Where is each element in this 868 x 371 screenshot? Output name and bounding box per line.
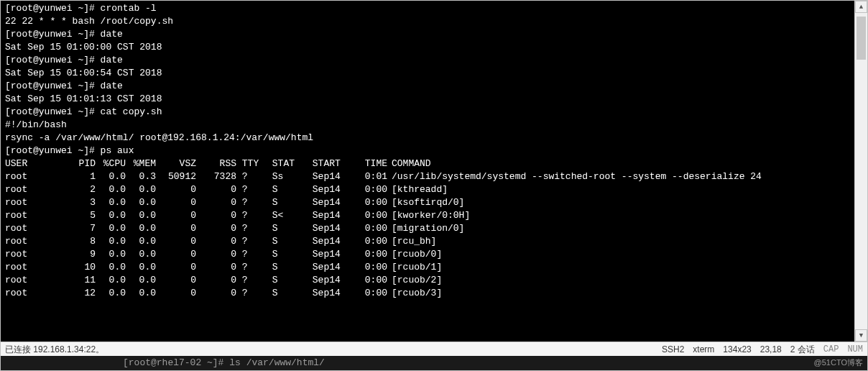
ps-col-start: Sep14 <box>307 248 347 261</box>
ps-col-stat: STAT <box>267 157 307 170</box>
ps-col-user: root <box>5 170 55 183</box>
ps-col-stat: S <box>267 261 307 274</box>
status-num-indicator: NUM <box>847 343 863 356</box>
ps-col-tty: TTY <box>236 157 267 170</box>
ps-col-cpu: 0.0 <box>96 209 126 222</box>
ps-col-time: 0:00 <box>347 235 387 248</box>
ps-col-tty: ? <box>236 222 267 235</box>
ps-col-vsz: 0 <box>156 222 196 235</box>
ps-col-rss: 0 <box>196 274 236 287</box>
output-line: #!/bin/bash <box>5 119 850 132</box>
background-prompt-text: [root@rhel7-02 ~]# ls /var/www/html/ <box>123 357 325 370</box>
ps-col-start: Sep14 <box>307 222 347 235</box>
ps-col-pid: 3 <box>55 196 96 209</box>
background-terminal-line: [root@rhel7-02 ~]# ls /var/www/html/ <box>1 356 867 370</box>
ps-col-pid: 5 <box>55 209 96 222</box>
status-cursor: 23,18 <box>760 343 782 356</box>
ps-col-rss: 7328 <box>196 170 236 183</box>
ps-col-time: 0:00 <box>347 261 387 274</box>
ps-col-start: Sep14 <box>307 261 347 274</box>
ps-col-vsz: 0 <box>156 248 196 261</box>
ps-col-time: 0:00 <box>347 209 387 222</box>
ps-col-start: Sep14 <box>307 209 347 222</box>
ps-col-user: USER <box>5 157 55 170</box>
ps-col-mem: 0.0 <box>126 248 156 261</box>
ps-col-mem: 0.0 <box>126 196 156 209</box>
ps-row: root70.00.000 ? S Sep140:00[migration/0] <box>5 222 850 235</box>
ps-col-rss: 0 <box>196 183 236 196</box>
status-caps-indicator: CAP <box>823 343 839 356</box>
ps-col-mem: 0.0 <box>126 274 156 287</box>
ps-col-start: Sep14 <box>307 287 347 300</box>
status-bar: 已连接 192.168.1.34:22。 SSH2 xterm 134x23 2… <box>1 342 867 356</box>
ps-col-time: 0:00 <box>347 222 387 235</box>
ps-col-user: root <box>5 248 55 261</box>
command-line: [root@yunwei ~]# cat copy.sh <box>5 106 850 119</box>
output-line: 22 22 * * * bash /root/copy.sh <box>5 15 850 28</box>
ps-col-rss: 0 <box>196 235 236 248</box>
ps-col-mem: 0.0 <box>126 183 156 196</box>
ps-col-user: root <box>5 222 55 235</box>
status-protocol: SSH2 <box>662 343 684 356</box>
ps-col-rss: RSS <box>196 157 236 170</box>
ps-col-cmd: [rcuob/3] <box>387 287 442 300</box>
ps-row: root30.00.000 ? S Sep140:00[ksoftirqd/0] <box>5 196 850 209</box>
ps-col-rss: 0 <box>196 196 236 209</box>
ps-col-stat: S< <box>267 209 307 222</box>
output-line: Sat Sep 15 01:01:13 CST 2018 <box>5 93 850 106</box>
ps-col-mem: 0.0 <box>126 235 156 248</box>
ps-col-vsz: 0 <box>156 274 196 287</box>
ps-row: root50.00.000 ? S< Sep140:00[kworker/0:0… <box>5 209 850 222</box>
ps-col-stat: S <box>267 196 307 209</box>
ps-col-cpu: 0.0 <box>96 248 126 261</box>
ps-col-vsz: 0 <box>156 261 196 274</box>
ps-row: root20.00.000 ? S Sep140:00[kthreadd] <box>5 183 850 196</box>
ps-row: root90.00.000 ? S Sep140:00[rcuob/0] <box>5 248 850 261</box>
ps-col-start: Sep14 <box>307 170 347 183</box>
vertical-scrollbar[interactable]: ▲ ▼ <box>854 1 867 342</box>
ps-col-mem: 0.0 <box>126 209 156 222</box>
status-sessions: 2 会话 <box>790 343 815 356</box>
ps-col-pid: 10 <box>55 261 96 274</box>
ps-col-cmd: COMMAND <box>387 157 431 170</box>
ps-col-start: Sep14 <box>307 235 347 248</box>
ps-col-mem: 0.3 <box>126 170 156 183</box>
scroll-up-button[interactable]: ▲ <box>855 1 867 13</box>
ps-col-time: 0:00 <box>347 183 387 196</box>
ps-col-cpu: %CPU <box>96 157 126 170</box>
terminal-viewport[interactable]: [root@yunwei ~]# crontab -l22 22 * * * b… <box>1 1 854 342</box>
ps-col-start: Sep14 <box>307 274 347 287</box>
ps-col-cmd: [rcu_bh] <box>387 235 436 248</box>
ps-col-vsz: 0 <box>156 196 196 209</box>
ps-col-user: root <box>5 183 55 196</box>
ps-col-pid: 8 <box>55 235 96 248</box>
ps-col-rss: 0 <box>196 261 236 274</box>
ps-col-user: root <box>5 196 55 209</box>
ps-col-mem: 0.0 <box>126 287 156 300</box>
ps-col-time: 0:00 <box>347 196 387 209</box>
ps-col-pid: 1 <box>55 170 96 183</box>
ps-col-stat: S <box>267 235 307 248</box>
ps-col-mem: %MEM <box>126 157 156 170</box>
output-line: Sat Sep 15 01:00:00 CST 2018 <box>5 41 850 54</box>
ps-col-pid: PID <box>55 157 96 170</box>
scroll-down-button[interactable]: ▼ <box>855 329 867 342</box>
ps-col-mem: 0.0 <box>126 261 156 274</box>
status-connection: 已连接 192.168.1.34:22。 <box>5 343 662 356</box>
ps-col-stat: S <box>267 248 307 261</box>
output-line: Sat Sep 15 01:00:54 CST 2018 <box>5 67 850 80</box>
ps-col-user: root <box>5 235 55 248</box>
ps-col-cmd: /usr/lib/systemd/systemd --switched-root… <box>387 170 762 183</box>
ps-col-time: 0:00 <box>347 287 387 300</box>
ps-col-cmd: [ksoftirqd/0] <box>387 196 464 209</box>
ps-col-stat: Ss <box>267 170 307 183</box>
ps-col-rss: 0 <box>196 287 236 300</box>
ps-col-time: 0:00 <box>347 248 387 261</box>
scroll-thumb[interactable] <box>857 17 866 60</box>
command-line: [root@yunwei ~]# date <box>5 54 850 67</box>
status-size: 134x23 <box>723 343 751 356</box>
ps-row: root110.00.000 ? S Sep140:00[rcuob/2] <box>5 274 850 287</box>
ps-col-stat: S <box>267 287 307 300</box>
ps-col-pid: 2 <box>55 183 96 196</box>
command-line: [root@yunwei ~]# ps aux <box>5 145 850 157</box>
